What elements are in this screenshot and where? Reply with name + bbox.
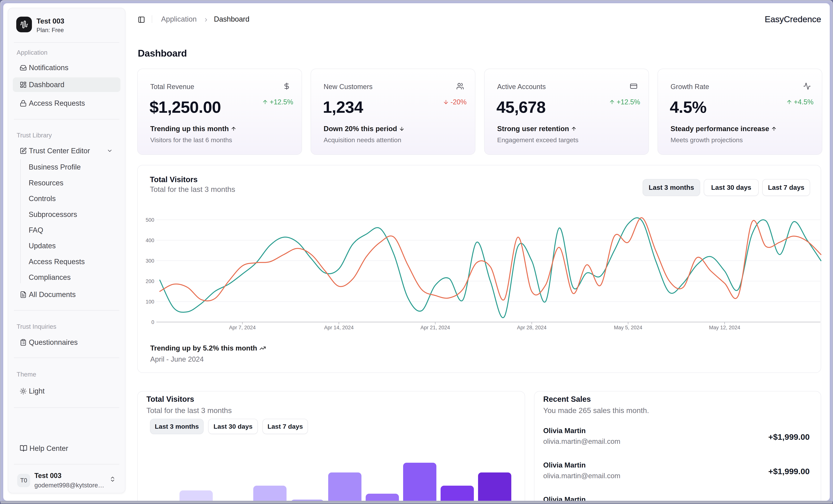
svg-text:May 5, 2024: May 5, 2024: [614, 325, 642, 331]
svg-text:400: 400: [146, 238, 154, 243]
svg-text:100: 100: [146, 299, 154, 305]
svg-text:Apr 14, 2024: Apr 14, 2024: [324, 325, 354, 331]
svg-text:0: 0: [151, 319, 154, 325]
svg-text:300: 300: [146, 258, 154, 264]
svg-text:Apr 28, 2024: Apr 28, 2024: [517, 325, 547, 331]
svg-text:May 12, 2024: May 12, 2024: [709, 325, 740, 331]
svg-text:Apr 7, 2024: Apr 7, 2024: [229, 325, 256, 331]
svg-text:500: 500: [146, 217, 154, 223]
svg-text:200: 200: [146, 279, 154, 284]
svg-text:Apr 21, 2024: Apr 21, 2024: [421, 325, 450, 331]
